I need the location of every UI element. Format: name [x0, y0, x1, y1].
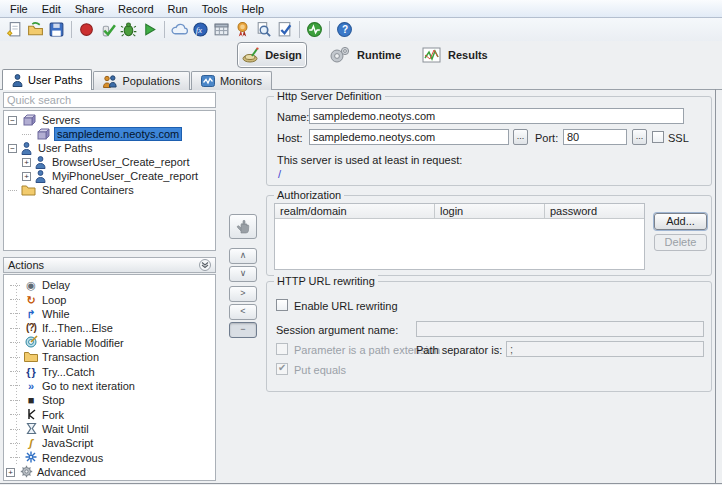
- design-button[interactable]: Design: [237, 42, 307, 68]
- tree-node-myiphoneuser[interactable]: + MyiPhoneUser_Create_report: [4, 169, 215, 183]
- action-if-then-else[interactable]: (?)If...Then...Else: [4, 321, 215, 335]
- monitoring-icon[interactable]: [304, 20, 325, 40]
- toolbar-separator: [329, 21, 330, 38]
- request-link[interactable]: /: [278, 168, 281, 180]
- ssl-checkbox[interactable]: [652, 131, 664, 143]
- action-fork[interactable]: Fork: [4, 408, 215, 422]
- action-rendezvous[interactable]: Rendezvous: [4, 451, 215, 465]
- validate-project-icon[interactable]: [274, 20, 295, 40]
- actions-title: Actions: [8, 259, 199, 271]
- host-field[interactable]: [309, 129, 509, 145]
- column-realm-domain[interactable]: realm/domain: [275, 204, 435, 218]
- action-stop[interactable]: ■Stop: [4, 393, 215, 407]
- database-icon[interactable]: [211, 20, 232, 40]
- column-password[interactable]: password: [545, 204, 644, 218]
- pick-hand-button[interactable]: [229, 214, 257, 239]
- action-while[interactable]: ↱While: [4, 307, 215, 321]
- if-then-else-icon: (?): [24, 322, 38, 334]
- add-button[interactable]: Add...: [654, 213, 707, 230]
- tab-monitors-label: Monitors: [220, 75, 262, 87]
- quick-search-input[interactable]: [3, 92, 216, 108]
- rendezvous-icon: [24, 451, 38, 465]
- license-icon[interactable]: [232, 20, 253, 40]
- path-extension-checkbox[interactable]: [276, 343, 288, 355]
- run-icon[interactable]: [139, 20, 160, 40]
- shared-containers-label: Shared Containers: [40, 184, 136, 196]
- check-virtual-user-icon[interactable]: [97, 20, 118, 40]
- authorization-table: realm/domain login password: [274, 203, 645, 270]
- action-advanced[interactable]: +Advanced: [4, 465, 215, 479]
- action-go-to-next-iteration[interactable]: »Go to next iteration: [4, 379, 215, 393]
- action-try-catch[interactable]: { }Try...Catch: [4, 364, 215, 378]
- javascript-icon: ʃ: [24, 437, 38, 449]
- host-browse-button[interactable]: ...: [513, 129, 528, 145]
- results-chart-icon: [422, 47, 441, 63]
- action-javascript[interactable]: ʃJavaScript: [4, 436, 215, 450]
- record-icon[interactable]: [76, 20, 97, 40]
- move-up-button[interactable]: ∧: [229, 248, 257, 264]
- svg-text:?: ?: [342, 24, 348, 35]
- tab-user-paths[interactable]: User Paths: [2, 69, 92, 90]
- collapse-panel-icon[interactable]: [199, 259, 211, 271]
- menu-help[interactable]: Help: [234, 2, 271, 16]
- right-panel-border: [715, 89, 716, 483]
- mode-bar: Design Runtime Results: [0, 41, 722, 69]
- menu-file[interactable]: File: [3, 2, 35, 16]
- move-left-button[interactable]: <: [229, 304, 257, 320]
- debug-icon[interactable]: [118, 20, 139, 40]
- runtime-label: Runtime: [357, 49, 401, 61]
- help-icon[interactable]: ?: [334, 20, 355, 40]
- menu-run[interactable]: Run: [161, 2, 195, 16]
- enable-url-rewriting-checkbox[interactable]: [276, 299, 288, 311]
- menu-edit[interactable]: Edit: [35, 2, 68, 16]
- tree-node-shared-containers[interactable]: Shared Containers: [4, 183, 215, 197]
- menu-tools[interactable]: Tools: [195, 2, 235, 16]
- try-catch-icon: { }: [24, 366, 38, 378]
- menu-share[interactable]: Share: [68, 2, 111, 16]
- delete-button[interactable]: Delete: [654, 234, 707, 251]
- remove-button[interactable]: −: [229, 322, 257, 338]
- menu-record[interactable]: Record: [111, 2, 160, 16]
- tree-node-servers[interactable]: − Servers: [4, 113, 215, 127]
- authorization-table-body[interactable]: [275, 219, 644, 269]
- variable-modifier-icon: [24, 335, 38, 350]
- action-transaction[interactable]: Transaction: [4, 350, 215, 364]
- tree-node-server-sampledemo[interactable]: sampledemo.neotys.com: [4, 127, 215, 141]
- tab-monitors[interactable]: Monitors: [191, 71, 272, 90]
- collapse-toggle-icon[interactable]: −: [8, 144, 17, 153]
- port-browse-button[interactable]: ...: [632, 129, 647, 145]
- tree-node-browseruser[interactable]: + BrowserUser_Create_report: [4, 155, 215, 169]
- put-equals-checkbox[interactable]: [276, 363, 288, 375]
- tab-populations[interactable]: Populations: [93, 71, 190, 90]
- new-project-icon[interactable]: [4, 20, 25, 40]
- action-delay[interactable]: ◉Delay: [4, 278, 215, 292]
- search-icon[interactable]: [253, 20, 274, 40]
- action-loop[interactable]: ↻Loop: [4, 292, 215, 306]
- delay-icon: ◉: [24, 279, 38, 291]
- path-separator-field[interactable]: [506, 341, 704, 357]
- move-down-button[interactable]: ∨: [229, 266, 257, 282]
- results-button[interactable]: Results: [422, 44, 488, 66]
- session-argument-field[interactable]: [416, 321, 704, 337]
- up-arrow-icon: ∧: [240, 250, 247, 260]
- cloud-icon[interactable]: [169, 20, 190, 40]
- name-field[interactable]: [309, 108, 684, 124]
- open-project-icon[interactable]: [25, 20, 46, 40]
- save-icon[interactable]: [46, 20, 67, 40]
- expand-toggle-icon[interactable]: +: [22, 172, 31, 181]
- tree-node-user-paths[interactable]: − User Paths: [4, 141, 215, 155]
- runtime-button[interactable]: Runtime: [328, 44, 401, 66]
- collapse-toggle-icon[interactable]: −: [8, 116, 17, 125]
- expand-toggle-icon[interactable]: +: [6, 468, 15, 477]
- column-login[interactable]: login: [435, 204, 545, 218]
- move-right-button[interactable]: >: [229, 286, 257, 302]
- action-variable-modifier[interactable]: Variable Modifier: [4, 336, 215, 350]
- http-server-definition-group: Http Server Definition Name: Host: ... P…: [266, 96, 712, 186]
- port-field[interactable]: [563, 129, 627, 145]
- expand-toggle-icon[interactable]: +: [22, 158, 31, 167]
- functions-icon[interactable]: fx: [190, 20, 211, 40]
- session-argument-label: Session argument name:: [276, 324, 398, 336]
- ssl-label: SSL: [668, 132, 689, 144]
- go-to-next-iteration-icon: »: [24, 380, 38, 392]
- action-wait-until[interactable]: Wait Until: [4, 422, 215, 436]
